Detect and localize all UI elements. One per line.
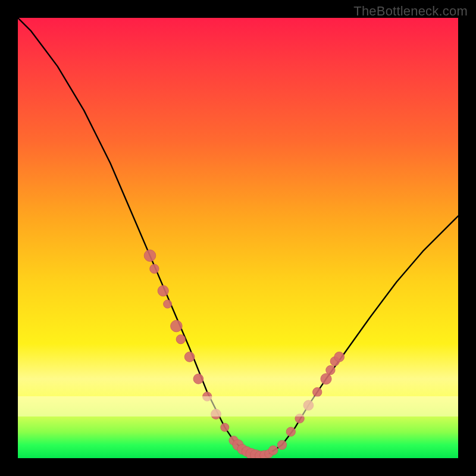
bottleneck-curve [18,18,458,456]
data-marker [250,450,261,458]
plot-area [18,18,458,458]
data-marker [246,449,256,459]
marker-group [144,250,344,458]
data-marker [265,450,273,458]
data-marker [286,427,295,436]
data-marker [211,409,221,419]
data-marker [303,400,314,411]
data-marker [295,414,304,423]
data-marker [193,374,203,384]
data-marker [203,392,212,401]
data-marker [269,446,278,455]
data-marker [158,286,168,296]
data-marker [164,300,172,308]
data-marker [255,451,265,458]
data-marker [184,352,195,362]
data-marker [326,365,335,374]
data-marker [176,335,185,344]
data-marker [171,320,183,332]
data-marker [260,450,269,458]
data-marker [313,387,322,396]
data-marker [144,250,156,262]
data-marker [150,264,159,273]
data-marker [233,440,243,450]
data-marker [334,352,345,362]
data-marker [330,357,339,366]
data-marker [221,423,229,431]
data-marker [277,440,286,449]
data-marker [321,374,331,384]
watermark-text: TheBottleneck.com [353,4,468,19]
data-marker [229,436,238,445]
data-marker [242,447,252,457]
chart-frame: TheBottleneck.com [0,0,476,476]
data-marker [237,444,248,455]
chart-overlay [18,18,458,458]
